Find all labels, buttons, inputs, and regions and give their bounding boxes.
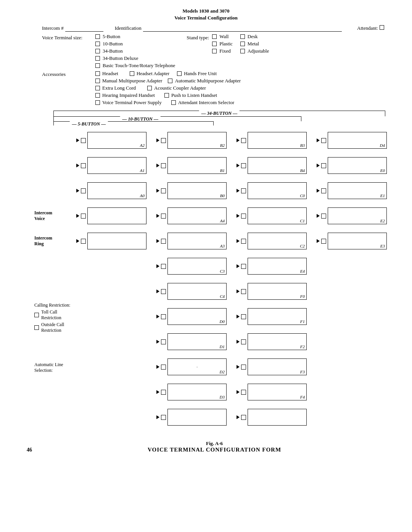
tri-iv bbox=[76, 214, 79, 218]
sq-cb-A2[interactable] bbox=[81, 138, 86, 143]
vt-34deluxe-cb[interactable] bbox=[95, 56, 100, 61]
vt-10btn-cb[interactable] bbox=[95, 42, 100, 46]
ebox-A0: A0 bbox=[87, 182, 146, 199]
acc-acoustic-cb[interactable] bbox=[147, 86, 152, 90]
ebox-F3: F3 bbox=[248, 358, 307, 375]
vt-5btn-row: 5-Button bbox=[95, 34, 175, 40]
tri-F1 bbox=[237, 315, 240, 318]
sq-cb-E2[interactable] bbox=[321, 214, 326, 219]
side-row-2 bbox=[34, 156, 76, 175]
ebox-D4: D4 bbox=[328, 132, 387, 149]
ebox-B2-label: B2 bbox=[220, 143, 225, 148]
tri-B1 bbox=[156, 164, 159, 167]
attendant-checkbox[interactable] bbox=[380, 25, 384, 30]
acc-auto-multi-cb[interactable] bbox=[168, 79, 172, 83]
sq-cb-last-right[interactable] bbox=[241, 415, 246, 420]
toll-call-row: Toll Call Restriction bbox=[34, 309, 76, 321]
sq-cb-ir[interactable] bbox=[81, 239, 86, 244]
tri-E4 bbox=[237, 264, 240, 268]
sq-cb-last-left[interactable] bbox=[161, 415, 166, 420]
acc-headset-adapter-cb[interactable] bbox=[130, 71, 134, 76]
auto-line-label: Automatic Line Selection: bbox=[34, 362, 76, 373]
cell-F4: F4 bbox=[237, 383, 317, 402]
sq-cb-C0[interactable] bbox=[241, 188, 246, 193]
sq-cb-E0[interactable] bbox=[321, 163, 326, 168]
acc-attendant-intercom-cb[interactable] bbox=[171, 100, 176, 105]
sq-cb-B3[interactable] bbox=[241, 138, 246, 143]
sq-cb-B0[interactable] bbox=[161, 188, 166, 193]
tri-ir bbox=[76, 239, 79, 243]
sq-cb-E1[interactable] bbox=[321, 188, 326, 193]
acc-extra-cord-cb[interactable] bbox=[95, 86, 100, 90]
vt-basic-cb[interactable] bbox=[95, 63, 100, 68]
acc-manual-multi: Manual Multipurpose Adapter bbox=[95, 78, 162, 84]
stand-wall-cb[interactable] bbox=[212, 34, 217, 39]
sq-cb-A0[interactable] bbox=[81, 188, 86, 193]
sq-cb-C4[interactable] bbox=[161, 289, 166, 294]
ebox-C4: C4 bbox=[167, 283, 227, 300]
sq-cb-B1[interactable] bbox=[161, 163, 166, 168]
page-footer: 46 Fig. A-6 VOICE TERMINAL CONFIGURATION… bbox=[27, 440, 397, 453]
stand-fixed-row: Fixed bbox=[212, 48, 233, 54]
ebox-C0: C0 bbox=[248, 182, 307, 199]
ebox-C2-label: C2 bbox=[300, 244, 305, 248]
sq-cb-E4[interactable] bbox=[241, 264, 246, 269]
toll-call-cb[interactable] bbox=[34, 313, 39, 317]
sq-cb-C3[interactable] bbox=[161, 264, 166, 269]
vt-34btn-cb[interactable] bbox=[95, 49, 100, 53]
sq-cb-A1[interactable] bbox=[81, 163, 86, 168]
tri-E2 bbox=[317, 214, 320, 218]
cell-A2: A2 bbox=[76, 131, 156, 150]
sq-cb-F3[interactable] bbox=[241, 365, 246, 370]
sq-cb-D0[interactable] bbox=[161, 314, 166, 319]
ebox-C1-label: C1 bbox=[300, 219, 305, 223]
acc-push-listen-cb[interactable] bbox=[164, 93, 169, 98]
cell-A1: A1 bbox=[76, 156, 156, 175]
sq-cb-F2[interactable] bbox=[241, 339, 246, 344]
vt-5btn-cb[interactable] bbox=[95, 34, 100, 39]
ebox-C1: C1 bbox=[248, 207, 307, 224]
stand-fixed-cb[interactable] bbox=[212, 49, 217, 53]
side-row-intercom-ring: IntercomRing bbox=[34, 231, 76, 251]
acc-hands-free-cb[interactable] bbox=[177, 71, 182, 76]
cell-E3: E3 bbox=[317, 231, 397, 251]
vt-10btn-label: 10-Button bbox=[103, 41, 123, 47]
att-adjustable-cb[interactable] bbox=[240, 49, 245, 53]
tri-D2 bbox=[156, 365, 159, 369]
sq-cb-F0[interactable] bbox=[241, 289, 246, 294]
tri-F2 bbox=[237, 340, 240, 344]
sq-cb-A3[interactable] bbox=[161, 239, 166, 244]
sq-cb-D1[interactable] bbox=[161, 339, 166, 344]
acc-headset-cb[interactable] bbox=[95, 71, 100, 76]
sq-cb-C2[interactable] bbox=[241, 239, 246, 244]
tri-F3 bbox=[237, 365, 240, 369]
vt-basic-row: Basic Touch-Tone/Rotary Telephone bbox=[95, 63, 175, 69]
sq-cb-B2[interactable] bbox=[161, 138, 166, 143]
outside-call-cb[interactable] bbox=[34, 325, 39, 330]
sq-cb-E3[interactable] bbox=[321, 239, 326, 244]
acc-manual-multi-cb[interactable] bbox=[95, 79, 100, 83]
ebox-E3: E3 bbox=[328, 233, 387, 249]
sq-cb-B4[interactable] bbox=[241, 163, 246, 168]
acc-hearing-cb[interactable] bbox=[95, 93, 100, 98]
sq-cb-F4[interactable] bbox=[241, 390, 246, 395]
sq-cb-C1[interactable] bbox=[241, 214, 246, 219]
sq-cb-D3[interactable] bbox=[161, 390, 166, 395]
tri-C4 bbox=[156, 289, 159, 293]
sq-cb-D2[interactable] bbox=[161, 365, 166, 370]
acc-power-supply-cb[interactable] bbox=[95, 100, 100, 105]
stand-plastic-cb[interactable] bbox=[212, 42, 217, 46]
tri-F0 bbox=[237, 289, 240, 293]
ebox-E3-label: E3 bbox=[380, 244, 385, 248]
tri-E1 bbox=[317, 189, 320, 193]
sq-cb-F1[interactable] bbox=[241, 314, 246, 319]
grid-row-D0: D0 F1 bbox=[156, 307, 317, 326]
acc-push-listen: Push to Listen Handset bbox=[164, 92, 217, 98]
ebox-D1: D1 bbox=[167, 333, 227, 350]
sq-cb-A4[interactable] bbox=[161, 214, 166, 219]
sq-cb-iv[interactable] bbox=[81, 214, 86, 219]
att-desk-cb[interactable] bbox=[240, 34, 245, 39]
outside-call-label: Outside Call Restriction bbox=[41, 322, 76, 333]
sq-cb-D4[interactable] bbox=[321, 138, 326, 143]
att-metal-cb[interactable] bbox=[240, 42, 245, 46]
